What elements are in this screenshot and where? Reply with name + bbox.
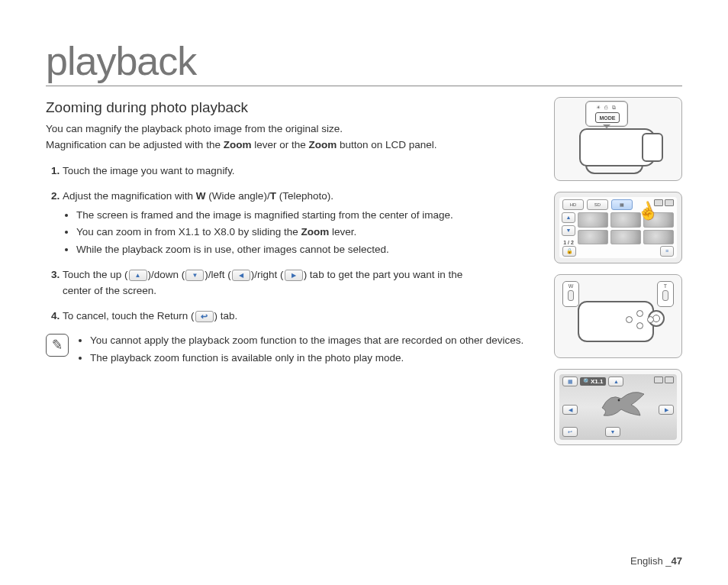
step-3: Touch the up ()/down ()/left ()/right ()… [63, 267, 539, 299]
page-footer: English _47 [630, 555, 682, 567]
tab-hd: HD [562, 199, 584, 210]
thumbnail [578, 212, 608, 228]
photo-content [594, 385, 648, 423]
thumbnail [643, 230, 674, 245]
return-icon [195, 311, 214, 322]
nav-right-icon: ▶ [659, 405, 674, 415]
photo-mode-icon: ▦ [562, 377, 578, 386]
thumbnail [610, 212, 641, 228]
tab-photo: ▦ [611, 199, 633, 210]
thumbnail [610, 230, 641, 245]
note-icon [46, 334, 69, 357]
scroll-up-icon: ▲ [562, 212, 575, 223]
nav-down-icon: ▼ [605, 427, 620, 437]
tab-sd: SD [587, 199, 608, 210]
note-1: You cannot apply the playback zoom funct… [90, 334, 523, 348]
step-2: Adjust the magnification with W (Wide an… [63, 189, 539, 259]
nav-up-icon: ▲ [608, 377, 623, 386]
scroll-down-icon: ▼ [562, 225, 575, 236]
callout-top-icons: ☀ ⎙ ⧉ [586, 105, 627, 111]
camcorder-illustration [562, 122, 674, 176]
intro-line1: You can magnify the playback photo image… [46, 121, 539, 137]
mode-button: MODE [595, 112, 620, 123]
step-4: To cancel, touch the Return () tab. [63, 309, 539, 325]
step-1: Touch the image you want to magnify. [63, 163, 539, 179]
thumbnail [643, 212, 674, 228]
page-number: 47 [672, 555, 682, 567]
figure-column: ☀ ⎙ ⧉ MODE HD SD ▦ [554, 97, 682, 445]
camcorder-illustration [572, 296, 669, 353]
figure-mode-button: ☀ ⎙ ⧉ MODE [554, 97, 682, 181]
nav-left-icon: ◀ [562, 405, 578, 415]
steps-list: Touch the image you want to magnify. Adj… [46, 163, 539, 325]
zoom-level: 🔍X1.1 [580, 377, 606, 386]
main-text: Zooming during photo playback You can ma… [46, 97, 539, 445]
up-icon [129, 270, 147, 281]
page-indicator: 1 / 2 [563, 240, 574, 245]
step-2-bullet-2: You can zoom in from X1.1 to X8.0 by sli… [76, 225, 539, 241]
lock-icon: 🔒 [562, 246, 576, 257]
battery-icon [654, 377, 674, 383]
thumbnail-grid [578, 212, 674, 244]
left-icon [232, 270, 250, 281]
svg-point-0 [618, 399, 620, 402]
right-icon [285, 270, 303, 281]
step-2-bullet-1: The screen is framed and the image is ma… [76, 208, 539, 224]
section-heading: Zooming during photo playback [46, 97, 539, 118]
intro-text: You can magnify the playback photo image… [46, 121, 539, 153]
figure-thumbnail-screen: HD SD ▦ ▲ ▼ 1 / 2 [554, 192, 682, 263]
footer-language: English [630, 555, 663, 567]
battery-icon [654, 199, 674, 206]
step-2-bullet-3: While the playback zoom is in use, other… [76, 242, 539, 258]
down-icon [185, 270, 204, 281]
thumbnail [578, 230, 608, 245]
return-button-icon: ↩ [562, 427, 578, 437]
note-block: You cannot apply the playback zoom funct… [46, 334, 539, 369]
figure-zoom-lever: W T [554, 274, 682, 358]
intro-line2: Magnification can be adjusted with the Z… [46, 137, 539, 153]
figure-zoomed-image: ▦ 🔍X1.1 ▲ ◀ ▶ ↩ ▼ [554, 369, 682, 445]
note-2: The playback zoom function is available … [90, 351, 523, 366]
menu-icon: ≡ [660, 246, 674, 257]
page-title: playback [46, 38, 682, 86]
